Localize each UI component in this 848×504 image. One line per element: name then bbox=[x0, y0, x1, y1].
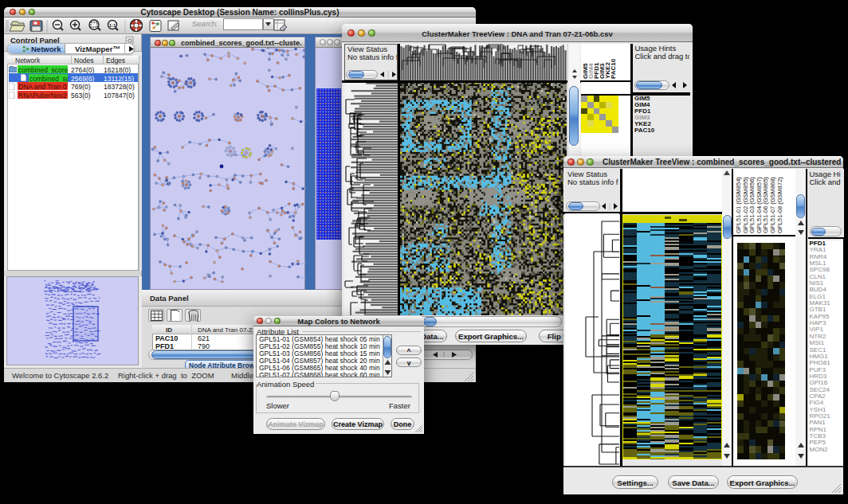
svg-text:1:1: 1:1 bbox=[109, 23, 116, 28]
svg-text:GPL51-08 (GSM872): GPL51-08 (GSM872) bbox=[776, 177, 783, 233]
svg-text:PAC10: PAC10 bbox=[610, 58, 617, 79]
